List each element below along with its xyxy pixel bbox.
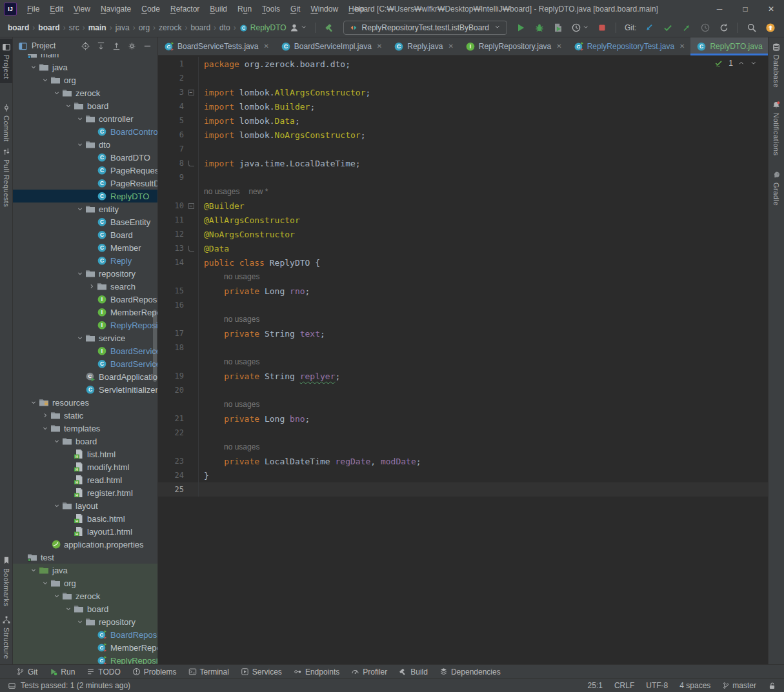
run-coverage-button[interactable] xyxy=(550,20,566,35)
toolwindow-toggle-icon[interactable] xyxy=(8,682,16,690)
tree-item-zerock[interactable]: zerock xyxy=(13,86,157,99)
chevron-expanded-icon[interactable] xyxy=(52,89,62,97)
breadcrumb-item-replydto[interactable]: CReplyDTO xyxy=(238,23,288,32)
toolwindow-stripe-notifications[interactable]: Notifications xyxy=(769,97,784,159)
tab-replyrepository-java[interactable]: IReplyRepository.java✕ xyxy=(459,37,568,55)
ide-update-button[interactable] xyxy=(763,20,778,35)
inlay-hint-row[interactable]: no usages xyxy=(198,397,768,411)
code-line[interactable]: public class ReplyDTO { xyxy=(198,255,768,270)
breadcrumb-item-org[interactable]: org xyxy=(137,23,151,32)
tree-item-memberrepository[interactable]: CMemberRepository xyxy=(13,641,157,654)
build-hammer-button[interactable] xyxy=(322,20,337,35)
line-number-gutter[interactable]: 6 xyxy=(158,128,184,142)
chevron-expanded-icon[interactable] xyxy=(75,115,85,123)
prev-problem-icon[interactable] xyxy=(738,60,745,67)
tree-item-static[interactable]: static xyxy=(13,409,157,422)
tree-item-org[interactable]: org xyxy=(13,577,157,589)
line-number-gutter[interactable]: 9 xyxy=(158,170,184,184)
tree-item-modify-html[interactable]: Hmodify.html xyxy=(13,460,157,473)
toolwindow-button-services[interactable]: Services xyxy=(235,665,288,678)
tree-item-application-properties[interactable]: application.properties xyxy=(13,538,157,551)
tree-item-read-html[interactable]: Hread.html xyxy=(13,473,157,486)
toolwindow-button-problems[interactable]: Problems xyxy=(126,665,183,678)
debug-button[interactable] xyxy=(532,20,547,35)
tree-item-zerock[interactable]: zerock xyxy=(13,589,157,602)
history-button[interactable] xyxy=(698,20,713,35)
tab-reply-java[interactable]: CReply.java✕ xyxy=(388,37,459,55)
line-number-gutter[interactable]: 4 xyxy=(158,99,184,114)
chevron-expanded-icon[interactable] xyxy=(40,424,50,432)
line-number-gutter[interactable]: 18 xyxy=(158,341,184,355)
fold-collapse-icon[interactable]: − xyxy=(188,90,194,95)
toolwindow-stripe-bookmarks[interactable]: Bookmarks xyxy=(0,552,12,611)
breadcrumb-item-dto[interactable]: dto xyxy=(218,23,232,32)
tree-item-board[interactable]: board xyxy=(13,602,157,615)
tree-item-repository[interactable]: repository xyxy=(13,267,157,280)
tree-item-layout1-html[interactable]: Hlayout1.html xyxy=(13,525,157,538)
code-line[interactable]: import lombok.Data; xyxy=(198,114,768,128)
chevron-collapsed-icon[interactable] xyxy=(86,282,97,290)
chevron-expanded-icon[interactable] xyxy=(75,205,85,213)
inlay-hint[interactable]: no usages xyxy=(224,442,259,451)
tree-item-boardserviceimpl[interactable]: CBoardServiceImpl xyxy=(13,357,157,370)
git-update-button[interactable] xyxy=(641,20,657,35)
tree-item-boardcontroller[interactable]: CBoardController xyxy=(13,125,157,138)
close-button[interactable]: ✕ xyxy=(758,0,784,18)
code-line[interactable]: private String text; xyxy=(198,326,768,341)
toolwindow-stripe-database[interactable]: Database xyxy=(769,39,784,92)
locate-icon[interactable] xyxy=(81,41,90,51)
search-everywhere-button[interactable] xyxy=(744,20,759,35)
inspections-widget[interactable]: 1 xyxy=(714,59,758,68)
profiler-button[interactable] xyxy=(569,20,591,35)
readonly-lock-icon[interactable] xyxy=(768,682,776,690)
run-configuration-select[interactable]: ReplyRepositoryTest.testListByBoard xyxy=(343,21,507,35)
tree-item-entity[interactable]: entity xyxy=(13,203,157,215)
chevron-expanded-icon[interactable] xyxy=(75,334,85,342)
code-line[interactable]: private Long rno; xyxy=(198,284,768,298)
line-number-gutter[interactable] xyxy=(158,270,184,284)
run-button[interactable] xyxy=(513,20,528,35)
inlay-hint[interactable]: new * xyxy=(248,187,268,196)
toolwindow-button-terminal[interactable]: Terminal xyxy=(183,665,235,678)
line-number-gutter[interactable]: 22 xyxy=(158,426,184,440)
settings-icon[interactable] xyxy=(127,41,137,51)
line-separator[interactable]: CRLF xyxy=(614,681,634,690)
tree-item-list-html[interactable]: Hlist.html xyxy=(13,448,157,460)
menu-git[interactable]: Git xyxy=(285,0,305,18)
toolwindow-button-profiler[interactable]: Profiler xyxy=(345,665,393,678)
code-line[interactable] xyxy=(198,142,768,156)
breadcrumb-item-board[interactable]: board xyxy=(189,23,212,32)
caret-position[interactable]: 25:1 xyxy=(588,681,603,690)
line-number-gutter[interactable]: 3 xyxy=(158,85,184,99)
toolwindow-button-git[interactable]: Git xyxy=(10,665,43,678)
code-line[interactable]: @Data xyxy=(198,241,768,255)
chevron-expanded-icon[interactable] xyxy=(28,566,39,574)
code-line[interactable] xyxy=(198,383,768,397)
status-message[interactable]: Tests passed: 1 (2 minutes ago) xyxy=(21,681,130,690)
line-number-gutter[interactable]: 20 xyxy=(158,383,184,397)
inlay-hint-row[interactable]: no usages xyxy=(198,440,768,454)
line-number-gutter[interactable]: 10 xyxy=(158,199,184,213)
git-branch-widget[interactable]: master xyxy=(722,681,756,690)
chevron-expanded-icon[interactable] xyxy=(75,270,85,277)
hide-icon[interactable] xyxy=(143,41,152,51)
code-line[interactable]: import lombok.NoArgsConstructor; xyxy=(198,128,768,142)
line-number-gutter[interactable]: 21 xyxy=(158,411,184,426)
close-tab-icon[interactable]: ✕ xyxy=(263,43,268,50)
tree-item-reply[interactable]: CReply xyxy=(13,254,157,267)
tree-item-memberrepository[interactable]: IMemberRepository xyxy=(13,306,157,319)
code-line[interactable] xyxy=(198,170,768,184)
menu-tools[interactable]: Tools xyxy=(257,0,285,18)
toolwindow-button-dependencies[interactable]: Dependencies xyxy=(434,665,507,678)
tree-item-java[interactable]: java xyxy=(13,564,157,577)
code-line[interactable] xyxy=(198,71,768,85)
menu-build[interactable]: Build xyxy=(205,0,232,18)
inlay-hint-row[interactable]: no usagesnew * xyxy=(198,184,768,199)
breadcrumb-item-zerock[interactable]: zerock xyxy=(157,23,183,32)
chevron-expanded-icon[interactable] xyxy=(40,579,50,587)
expand-all-icon[interactable] xyxy=(96,41,106,51)
line-number-gutter[interactable] xyxy=(158,397,184,411)
toolwindow-stripe-structure[interactable]: Structure xyxy=(0,611,12,663)
breadcrumb-item-board[interactable]: board xyxy=(6,23,30,32)
tree-item-boardapplication[interactable]: CBoardApplication xyxy=(13,370,157,383)
